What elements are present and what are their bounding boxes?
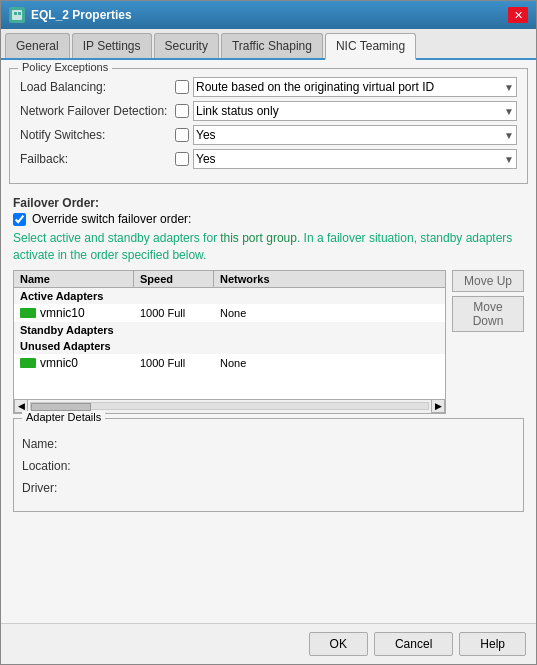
tab-general[interactable]: General — [5, 33, 70, 58]
tab-security[interactable]: Security — [154, 33, 219, 58]
adapter-table-wrapper: Name Speed Networks Active Adapters vmni… — [13, 270, 446, 414]
notify-switches-checkbox[interactable] — [175, 128, 189, 142]
override-checkbox-row: Override switch failover order: — [13, 212, 524, 226]
network-failover-value: Link status only — [196, 104, 279, 118]
load-balancing-arrow: ▼ — [504, 82, 514, 93]
cancel-button[interactable]: Cancel — [374, 632, 453, 656]
failback-value: Yes — [196, 152, 216, 166]
vmnic0-name-cell: vmnic0 — [14, 354, 134, 372]
policy-exceptions-label: Policy Exceptions — [18, 61, 112, 73]
load-balancing-value: Route based on the originating virtual p… — [196, 80, 434, 94]
svg-rect-1 — [14, 12, 17, 15]
notify-switches-row: Notify Switches: Yes ▼ — [20, 125, 517, 145]
load-balancing-label: Load Balancing: — [20, 80, 175, 94]
nic-icon-2 — [20, 358, 36, 368]
tab-ip-settings[interactable]: IP Settings — [72, 33, 152, 58]
override-label: Override switch failover order: — [32, 212, 191, 226]
adapter-location-label: Location: — [22, 459, 92, 473]
load-balancing-select[interactable]: Route based on the originating virtual p… — [193, 77, 517, 97]
standby-adapters-header: Standby Adapters — [14, 322, 445, 338]
desc-highlight: this port group — [220, 231, 297, 245]
adapter-details-label: Adapter Details — [22, 411, 105, 423]
adapter-controls: Move Up Move Down — [452, 270, 524, 414]
table-header: Name Speed Networks — [14, 271, 445, 288]
move-up-button[interactable]: Move Up — [452, 270, 524, 292]
adapter-driver-label: Driver: — [22, 481, 92, 495]
adapter-name-label: Name: — [22, 437, 92, 451]
close-button[interactable]: ✕ — [508, 7, 528, 23]
failback-row: Failback: Yes ▼ — [20, 149, 517, 169]
adapter-driver-row: Driver: — [22, 481, 515, 495]
tab-traffic-shaping[interactable]: Traffic Shaping — [221, 33, 323, 58]
failover-order-title: Failover Order: — [13, 196, 524, 210]
override-checkbox[interactable] — [13, 213, 26, 226]
adapter-table-area: Name Speed Networks Active Adapters vmni… — [13, 270, 524, 414]
vmnic0-speed-cell: 1000 Full — [134, 355, 214, 371]
adapter-location-row: Location: — [22, 459, 515, 473]
network-failover-label: Network Failover Detection: — [20, 104, 175, 118]
vmnic10-name: vmnic10 — [40, 306, 85, 320]
scroll-track[interactable] — [30, 402, 429, 410]
vmnic0-networks-cell: None — [214, 355, 445, 371]
failback-arrow: ▼ — [504, 154, 514, 165]
app-icon — [9, 7, 25, 23]
vmnic10-speed-cell: 1000 Full — [134, 305, 214, 321]
tab-bar: General IP Settings Security Traffic Sha… — [1, 29, 536, 60]
network-failover-checkbox[interactable] — [175, 104, 189, 118]
col-networks: Networks — [214, 271, 445, 287]
failover-order-section: Failover Order: Override switch failover… — [9, 192, 528, 512]
vmnic10-name-cell: vmnic10 — [14, 304, 134, 322]
window-title: EQL_2 Properties — [31, 8, 132, 22]
col-name: Name — [14, 271, 134, 287]
desc-part1: Select active and standby adapters for — [13, 231, 217, 245]
description-text: Select active and standby adapters for t… — [13, 230, 524, 264]
vmnic0-name: vmnic0 — [40, 356, 78, 370]
footer: OK Cancel Help — [1, 623, 536, 664]
network-failover-select[interactable]: Link status only ▼ — [193, 101, 517, 121]
network-failover-arrow: ▼ — [504, 106, 514, 117]
col-speed: Speed — [134, 271, 214, 287]
content-area: Policy Exceptions Load Balancing: Route … — [1, 60, 536, 623]
svg-rect-2 — [18, 12, 21, 15]
adapter-name-row: Name: — [22, 437, 515, 451]
table-row[interactable]: vmnic0 1000 Full None — [14, 354, 445, 372]
adapter-table[interactable]: Name Speed Networks Active Adapters vmni… — [13, 270, 446, 400]
notify-switches-value: Yes — [196, 128, 216, 142]
failback-label: Failback: — [20, 152, 175, 166]
network-failover-row: Network Failover Detection: Link status … — [20, 101, 517, 121]
notify-switches-label: Notify Switches: — [20, 128, 175, 142]
help-button[interactable]: Help — [459, 632, 526, 656]
failback-select[interactable]: Yes ▼ — [193, 149, 517, 169]
ok-button[interactable]: OK — [309, 632, 368, 656]
policy-exceptions-group: Policy Exceptions Load Balancing: Route … — [9, 68, 528, 184]
nic-icon — [20, 308, 36, 318]
active-adapters-header: Active Adapters — [14, 288, 445, 304]
table-row[interactable]: vmnic10 1000 Full None — [14, 304, 445, 322]
unused-adapters-header: Unused Adapters — [14, 338, 445, 354]
failback-checkbox[interactable] — [175, 152, 189, 166]
adapter-details-group: Adapter Details Name: Location: Driver: — [13, 418, 524, 512]
tab-nic-teaming[interactable]: NIC Teaming — [325, 33, 416, 60]
move-down-button[interactable]: Move Down — [452, 296, 524, 332]
scroll-right-btn[interactable]: ▶ — [431, 399, 445, 413]
load-balancing-row: Load Balancing: Route based on the origi… — [20, 77, 517, 97]
notify-switches-arrow: ▼ — [504, 130, 514, 141]
vmnic10-networks-cell: None — [214, 305, 445, 321]
notify-switches-select[interactable]: Yes ▼ — [193, 125, 517, 145]
main-window: EQL_2 Properties ✕ General IP Settings S… — [0, 0, 537, 665]
load-balancing-checkbox[interactable] — [175, 80, 189, 94]
title-bar: EQL_2 Properties ✕ — [1, 1, 536, 29]
